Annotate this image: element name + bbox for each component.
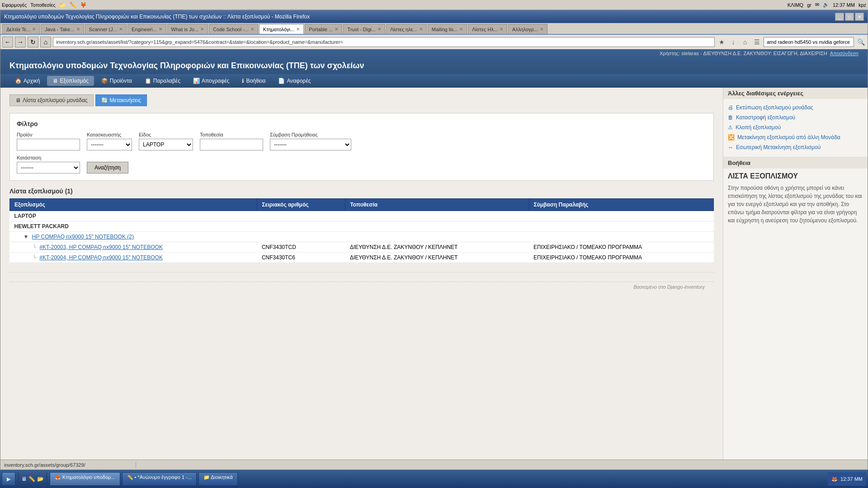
tab-close-1[interactable]: ✕ xyxy=(76,27,80,32)
action-move-other[interactable]: 🔀 Μετακίνηση εξοπλισμού από άλλη Μονάδα xyxy=(728,132,863,142)
home-button[interactable]: ⌂ xyxy=(40,37,51,47)
tab-3[interactable]: Engineeri...✕ xyxy=(127,24,166,34)
tab-close-9[interactable]: ✕ xyxy=(419,27,423,32)
product-group-row[interactable]: ▼ HP COMPAQ nx9000 15" NOTEBOOK (2) xyxy=(10,232,714,242)
tab-10[interactable]: Mailing lis...✕ xyxy=(428,24,467,34)
bookmark-icon[interactable]: ★ xyxy=(717,37,726,47)
actions-section: Άλλες διαθέσιμες ενέργειες 🖨 Εκτύπωση εξ… xyxy=(723,88,868,157)
action-theft[interactable]: ⚠ Κλοπή εξοπλισμού xyxy=(728,122,863,132)
tab-close-4[interactable]: ✕ xyxy=(200,27,204,32)
tab-12[interactable]: Αλληλογρ...✕ xyxy=(508,24,547,34)
manufacturer-label: HEWLETT PACKARD xyxy=(14,223,69,230)
menu-products[interactable]: 📦 Προϊόντα xyxy=(96,76,137,86)
taskbar-task-0[interactable]: 🦊 Κτηματολόγιο υποδομ... xyxy=(50,472,120,486)
menu-inventories[interactable]: 📊 Απογραφές xyxy=(188,76,235,86)
reload-button[interactable]: ↻ xyxy=(28,37,38,47)
action-destroy[interactable]: 🗑 Καταστροφή εξοπλισμού xyxy=(728,113,863,122)
download-icon[interactable]: ↓ xyxy=(728,37,738,47)
places-label[interactable]: Τοποθεσίες xyxy=(30,2,55,8)
print-icon: 🖨 xyxy=(728,104,733,111)
menu-equipment[interactable]: 🖥 Εξοπλισμός xyxy=(47,76,94,86)
action-print[interactable]: 🖨 Εκτύπωση εξοπλισμού μονάδας xyxy=(728,103,863,113)
location-1: ΔΙΕΥΘΥΝΣΗ Δ.Ε. ΖΑΚΥΝΘΟΥ / ΚΕΠΛΗΝΕΤ xyxy=(345,253,529,263)
status-bar: inventory.sch.gr/assets/group/67329/ xyxy=(0,460,868,469)
logout-link[interactable]: Αποσύνδεση xyxy=(830,51,859,56)
menu-home[interactable]: 🏠 Αρχική xyxy=(9,76,45,86)
tab-close-12[interactable]: ✕ xyxy=(540,27,543,32)
tab-7[interactable]: Portable ...✕ xyxy=(305,24,342,34)
sound-icon: 🔊 xyxy=(823,2,829,8)
tab-close-11[interactable]: ✕ xyxy=(500,27,503,32)
equipment-menu-icon: 🖥 xyxy=(52,78,58,84)
list-title: Λίστα εξοπλισμού (1) xyxy=(9,188,714,195)
product-input[interactable] xyxy=(17,139,80,150)
filter-row2: Κατάσταση ------- Αναζήτηση xyxy=(17,155,707,174)
close-button[interactable]: ✕ xyxy=(855,13,864,21)
tab-close-7[interactable]: ✕ xyxy=(335,27,338,32)
help-section: Βοήθεια ΛΙΣΤΑ ΕΞΟΠΛΙΣΜΟΥ Στην παρούσα οθ… xyxy=(723,157,868,229)
tab-close-3[interactable]: ✕ xyxy=(159,27,162,32)
language: gr xyxy=(807,2,811,8)
type-select[interactable]: LAPTOP xyxy=(139,139,193,150)
tab-8[interactable]: Trust - Digi...✕ xyxy=(343,24,385,34)
tab-11[interactable]: Λίστες Ηλ...✕ xyxy=(468,24,507,34)
minimize-button[interactable]: _ xyxy=(835,13,844,21)
search-icon[interactable]: 🔍 xyxy=(856,37,866,47)
home-nav-icon[interactable]: ⌂ xyxy=(740,37,750,47)
tab-close-10[interactable]: ✕ xyxy=(459,27,463,32)
forward-button[interactable]: → xyxy=(15,37,26,47)
contract-select[interactable]: ------- xyxy=(270,139,351,150)
help-text: Στην παρούσα οθόνη ο χρήστης μπορεί να κ… xyxy=(728,184,863,225)
movements-tab-icon: 🔄 xyxy=(101,97,108,103)
tab-close-5[interactable]: ✕ xyxy=(250,27,254,32)
start-button[interactable]: ▶ xyxy=(2,472,15,486)
tab-5[interactable]: Code School -...✕ xyxy=(209,24,258,34)
taskbar-task-2[interactable]: 📁 Διοικητικά xyxy=(198,472,238,486)
col-serial: Σειριακός αριθμός xyxy=(257,199,345,211)
row-expand-icon-0: └ xyxy=(33,244,37,250)
location-input[interactable] xyxy=(200,139,263,150)
tab-0[interactable]: Δελτία Τε...✕ xyxy=(2,24,40,34)
status-select[interactable]: ------- xyxy=(17,162,80,174)
taskbar-tray: 🦊 12:37 ΜΜ xyxy=(828,472,866,486)
firefox-icon[interactable]: 🦊 xyxy=(80,2,87,8)
sub-tab-movements[interactable]: 🔄 Μετακινήσεις xyxy=(95,94,147,106)
taskbar-task-1[interactable]: ✏️ • *Ανώνυμο έγγραφο 1 -... xyxy=(122,472,197,486)
tab-close-0[interactable]: ✕ xyxy=(32,27,36,32)
product-group-link[interactable]: HP COMPAQ nx9000 15" NOTEBOOK (2) xyxy=(32,234,134,240)
taskbar-icon1[interactable]: 🖥 xyxy=(21,476,27,482)
tab-4[interactable]: What is Jo...✕ xyxy=(167,24,208,34)
top-icon2[interactable]: ✏️ xyxy=(70,2,76,8)
tab-close-8[interactable]: ✕ xyxy=(377,27,381,32)
tab-close-2[interactable]: ✕ xyxy=(119,27,123,32)
menu-help[interactable]: ℹ Βοήθεια xyxy=(236,76,271,86)
tab-9[interactable]: Λίστες ηλε...✕ xyxy=(386,24,427,34)
menu-reports[interactable]: 📄 Αναφορές xyxy=(273,76,316,86)
sub-tab-list[interactable]: 🖥 Λίστα εξοπλισμού μονάδας xyxy=(9,94,94,106)
item-link-1[interactable]: #KT-20004, HP COMPAQ nx9000 15" NOTEBOOK xyxy=(39,254,163,261)
user-info: Χρήστης: stelaras - ΔΙΕΥΘΥΝΣΗ Δ.Ε. ΖΑΚΥΝ… xyxy=(660,51,827,56)
top-icon1[interactable]: 📁 xyxy=(59,2,66,8)
tab-2[interactable]: Scanner (J...✕ xyxy=(85,24,127,34)
bottom-taskbar: ▶ 🖥 ✏️ 📂 🦊 Κτηματολόγιο υποδομ... ✏️ • *… xyxy=(0,470,868,488)
search-button[interactable]: Αναζήτηση xyxy=(87,162,128,174)
menu-deliveries[interactable]: 📋 Παραλαβές xyxy=(139,76,186,86)
row-expand-icon-1: └ xyxy=(33,254,37,261)
item-link-0[interactable]: #KT-20003, HP COMPAQ nx9000 15" NOTEBOOK xyxy=(39,244,163,250)
taskbar-icon2[interactable]: ✏️ xyxy=(28,476,35,482)
search-input[interactable] xyxy=(764,37,854,47)
menu-bar: 🏠 Αρχική 🖥 Εξοπλισμός 📦 Προϊόντα 📋 Παραλ… xyxy=(0,74,868,88)
maximize-button[interactable]: □ xyxy=(845,13,854,21)
taskbar-icon3[interactable]: 📂 xyxy=(37,476,44,482)
footer: Βασισμένο στο Django-inventory xyxy=(9,282,714,292)
tab-close-6[interactable]: ✕ xyxy=(296,27,300,32)
tab-6[interactable]: Κτηματολόγι...✕ xyxy=(259,24,304,34)
menu-nav-icon[interactable]: ☰ xyxy=(752,37,762,47)
move-internal-icon: ↔ xyxy=(728,144,733,150)
back-button[interactable]: ← xyxy=(2,37,13,47)
location-label: Τοποθεσία xyxy=(200,132,263,137)
address-bar[interactable] xyxy=(53,37,715,47)
manufacturer-select[interactable]: ------- xyxy=(87,139,132,150)
action-move-internal[interactable]: ↔ Εσωτερική Μετακίνηση εξοπλισμού xyxy=(728,142,863,152)
tab-1[interactable]: Java - Take...✕ xyxy=(41,24,84,34)
